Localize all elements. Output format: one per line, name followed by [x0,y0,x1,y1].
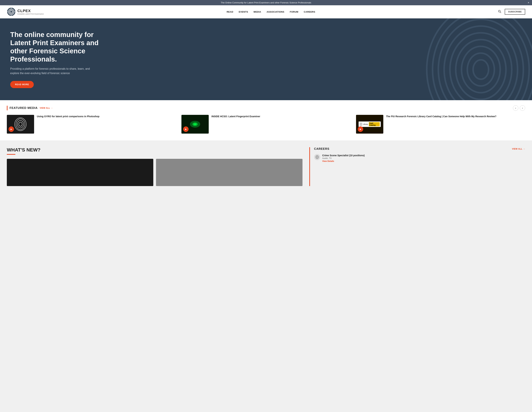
search-icon[interactable] [498,10,501,14]
news-thumb-2[interactable] [156,159,303,186]
careers-view-all[interactable]: VIEW ALL → [512,148,525,150]
svg-point-21 [17,120,24,128]
site-header: CLPEX Complete Latent Print Examination … [0,5,532,18]
title-underline [7,154,15,155]
thumb-fingerprint-icon [12,117,29,131]
featured-media-view-all[interactable]: VIEW ALL → [40,107,53,109]
careers-title: CAREERS [314,147,329,151]
featured-media-header: FEATURED MEDIA VIEW ALL → ‹ › [7,105,525,111]
nav-events[interactable]: EVENTS [239,10,248,13]
svg-point-15 [450,33,512,100]
nav-media[interactable]: MEDIA [254,10,261,13]
logo-subtitle: Complete Latent Print Examination [17,13,44,15]
svg-point-23 [15,118,26,131]
careers-header: CAREERS VIEW ALL → [314,147,525,151]
svg-line-10 [500,12,501,13]
svg-point-0 [7,8,15,16]
career-info: Crime Scene Specialist (10 positions) Au… [322,154,365,163]
header-right: SUBSCRIBE [498,9,525,15]
nav-forum[interactable]: FORUM [290,10,298,13]
whats-new-title: WHAT'S NEW? [7,147,303,153]
play-icon[interactable]: ▶ [358,127,363,132]
subscribe-button[interactable]: SUBSCRIBE [505,9,525,15]
media-thumb-2[interactable]: ▶ [181,115,209,134]
section-title-wrap: FEATURED MEDIA VIEW ALL → [7,106,53,110]
svg-point-11 [473,60,489,79]
featured-media-section: FEATURED MEDIA VIEW ALL → ‹ › [0,100,532,140]
svg-point-26 [194,124,196,125]
news-thumb-1[interactable] [7,159,153,186]
hero-subtitle: Providing a platform for forensic profes… [10,67,99,75]
whats-new-column: WHAT'S NEW? [7,147,309,186]
arrow-right-icon: → [523,148,525,150]
logo-name: CLPEX [17,9,44,13]
fingerprint-icon [314,154,320,160]
nav-read[interactable]: READ [227,10,233,13]
media-title-2: INSIDE HCSO: Latent Fingerprint Examiner [211,115,260,118]
svg-point-28 [316,156,318,158]
bottom-section: WHAT'S NEW? CAREERS VIEW ALL → [0,140,532,186]
media-thumb-3[interactable]: Library Card Catalog ▶ [356,115,383,134]
career-name: Crime Scene Specialist (10 positions) [322,154,365,157]
play-icon[interactable]: ▶ [9,127,14,132]
carousel-controls: ‹ › [513,105,525,111]
logo-icon [7,7,16,16]
featured-media-title: FEATURED MEDIA [10,106,38,110]
section-accent [7,106,8,110]
banner-text: The Online Community for Latent Print Ex… [221,1,311,4]
media-thumb-1[interactable]: ▶ [7,115,34,134]
carousel-prev-button[interactable]: ‹ [513,105,518,111]
hero-content: The online community for Latent Print Ex… [0,20,109,98]
media-card: ▶ Using GYRO for latent print comparison… [7,115,176,134]
svg-point-14 [456,39,506,99]
hero-title: The online community for Latent Print Ex… [10,30,99,63]
media-title-3: The FIU Research Forensic Library Card C… [386,115,496,118]
top-banner: The Online Community for Latent Print Ex… [0,0,532,5]
careers-column: CAREERS VIEW ALL → Crime Scene Specialis… [309,147,525,186]
arrow-right-icon: → [51,107,53,109]
carousel-next-button[interactable]: › [520,105,525,111]
hero-cta-button[interactable]: READ MORE [10,81,34,88]
svg-point-27 [317,156,318,158]
logo[interactable]: CLPEX Complete Latent Print Examination [7,7,44,16]
banner-close[interactable]: × [528,1,529,4]
media-info-3: The FIU Research Forensic Library Card C… [386,115,525,118]
nav-associations[interactable]: ASSOCIATIONS [266,10,284,13]
media-card: Library Card Catalog ▶ The FIU Research … [356,115,525,134]
main-nav: READ EVENTS MEDIA ASSOCIATIONS FORUM CAR… [227,10,315,13]
media-card: ▶ INSIDE HCSO: Latent Fingerprint Examin… [181,115,351,134]
thumb-greenlight-icon [187,117,204,131]
career-item: Crime Scene Specialist (10 positions) Au… [314,154,525,163]
hero-fingerprint-bg [423,18,532,100]
media-info-2: INSIDE HCSO: Latent Fingerprint Examiner [211,115,351,118]
media-title-1: Using GYRO for latent print comparisons … [37,115,99,118]
career-details-link[interactable]: View Details [322,160,334,162]
svg-point-12 [467,53,494,86]
media-grid: ▶ Using GYRO for latent print comparison… [7,115,525,134]
svg-point-20 [19,122,22,126]
career-location: Austin, TX [322,157,365,159]
news-thumbnails [7,159,303,186]
hero-section: The online community for Latent Print Ex… [0,18,532,100]
media-info-1: Using GYRO for latent print comparisons … [37,115,176,118]
nav-careers[interactable]: CAREERS [304,10,315,13]
play-icon[interactable]: ▶ [183,127,189,132]
